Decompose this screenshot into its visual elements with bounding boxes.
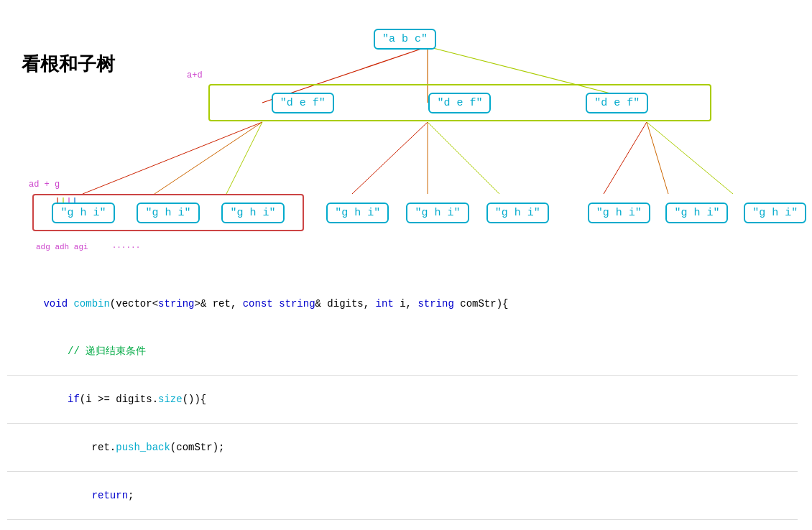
abc-node-label: "a b c" [374, 29, 436, 50]
level2-group-2: "g h i" "g h i" "g h i" [309, 194, 566, 231]
level2-group-3: "g h i" "g h i" "g h i" [571, 194, 812, 231]
ghi-node-2-2: "g h i" [406, 203, 469, 223]
code-line-1: void combin(vector<string>& ret, const s… [7, 280, 798, 327]
code-section: void combin(vector<string>& ret, const s… [7, 280, 798, 530]
level1-container: "d e f" "d e f" "d e f" [208, 84, 711, 121]
ghi-node-3-1: "g h i" [588, 203, 650, 223]
ghi-node-1-2: "g h i" [137, 203, 199, 223]
code-line-4: return; [7, 472, 798, 519]
tree-area: "a b c" a+d "d e f" "d e f" "d e f" ad +… [22, 22, 790, 287]
svg-line-3 [83, 122, 262, 194]
svg-line-10 [647, 122, 668, 194]
node-abc: "a b c" [374, 29, 436, 50]
page-title: 看根和子树 [22, 52, 115, 77]
code-line-2: if(i >= digits.size()){ [7, 376, 798, 423]
level2-group-1: "g h i" "g h i" "g h i" [32, 194, 304, 231]
svg-line-5 [226, 122, 262, 194]
code-line-5: } [7, 520, 798, 530]
ghi-node-2-3: "g h i" [486, 203, 549, 223]
ghi-node-2-1: "g h i" [326, 203, 389, 223]
svg-line-9 [604, 122, 647, 194]
svg-line-4 [154, 122, 262, 194]
svg-line-6 [352, 122, 428, 194]
def-node-1: "d e f" [272, 93, 334, 113]
svg-line-11 [647, 122, 733, 194]
page-container: "a b c" a+d "d e f" "d e f" "d e f" ad +… [0, 0, 812, 530]
def-node-3: "d e f" [586, 93, 648, 113]
ghi-node-1-1: "g h i" [52, 203, 114, 223]
label-adg-sub: adg adh agi ······ [36, 243, 140, 251]
ghi-node-3-2: "g h i" [665, 203, 728, 223]
ghi-node-3-3: "g h i" [744, 203, 806, 223]
code-comment-1: // 递归结束条件 [7, 327, 798, 375]
label-ad: a+d [187, 70, 203, 80]
def-node-2: "d e f" [428, 93, 491, 113]
code-line-3: ret.push_back(comStr); [7, 424, 798, 471]
label-adg: ad + g [29, 180, 60, 190]
svg-line-8 [428, 122, 499, 194]
ghi-node-1-3: "g h i" [221, 203, 284, 223]
